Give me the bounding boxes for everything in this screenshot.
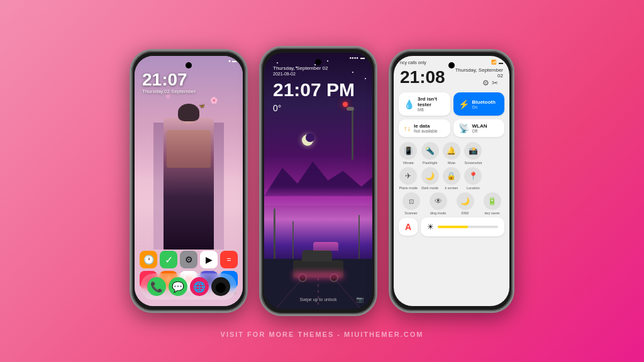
- moon: [302, 134, 313, 146]
- dock-messages[interactable]: 💬: [169, 277, 187, 296]
- phone2-temp: 0°: [273, 103, 281, 113]
- cc-quick-row2: ✈ Plane mode 🌙 Dark mode 🔒 k screen 📍 Lo…: [394, 165, 509, 190]
- car-glow: [293, 272, 343, 279]
- app-play-store[interactable]: ▶ Play Store: [200, 251, 218, 273]
- battery-saver-icon: 🔋: [484, 192, 501, 210]
- cc-gear-icons: ⚙ ✂: [455, 79, 503, 87]
- light-glow: [343, 102, 348, 107]
- cc-time-row: 21:08 Thursday, September 02 ⚙ ✂: [394, 66, 509, 89]
- quick-dark-mode[interactable]: 🌙 Dark mode: [420, 167, 439, 190]
- plane-icon: ✈: [399, 167, 417, 185]
- cc-brightness-control[interactable]: ☀: [421, 217, 504, 236]
- brightness-fill: [438, 226, 468, 228]
- mobile-data-icon: ↑↓: [404, 124, 411, 132]
- dnd-icon: 🌙: [457, 192, 474, 210]
- brightness-icon: ☀: [427, 222, 434, 231]
- wifi-icon: 📡: [458, 123, 469, 133]
- dark-mode-icon: 🌙: [421, 167, 439, 185]
- vibrate-icon: 📳: [399, 142, 417, 160]
- cc-tile-wlan[interactable]: 📡 WLAN Off: [453, 119, 505, 137]
- quick-dnd[interactable]: 🌙 DND: [453, 192, 477, 215]
- star-1: [277, 62, 278, 63]
- quick-scanner[interactable]: ⊡ Scanner: [399, 192, 423, 215]
- street-light: [352, 109, 353, 160]
- watermark: VISIT FOR MORE THEMES - MIUITHEMER.COM: [221, 331, 424, 338]
- status-icons: ● ▬: [228, 58, 236, 63]
- cc-tile-data[interactable]: 💧 3rd isn't tester MB: [399, 92, 450, 116]
- car-body: [293, 260, 343, 278]
- cc-quick-row1: 📳 Vibrate 🔦 Flashlight 🔔 Mute 📸 Screensh…: [394, 142, 509, 165]
- phone1-time: 21:07: [142, 70, 187, 90]
- cc-bottom-a-button[interactable]: A: [399, 218, 418, 236]
- phone2-date-line1: Thursday, September 02: [273, 65, 328, 71]
- cc-bottom-row: A ☀: [394, 215, 509, 239]
- reading-icon: 👁: [430, 192, 447, 210]
- tile-data-info: 3rd isn't tester MB: [418, 96, 445, 112]
- battery-icon: ▬: [499, 60, 503, 65]
- quick-screenshot[interactable]: 📸 Screenshot: [464, 142, 482, 165]
- phone-2-wallpaper: ●●●● ▬ Thursday, September 02 2021-09-02…: [264, 53, 372, 309]
- dock: 📞 💬 🌐 ⬤: [141, 273, 236, 300]
- quick-reading[interactable]: 👁 ding mode: [426, 192, 450, 215]
- quick-lock-screen[interactable]: 🔒 k screen: [442, 167, 461, 190]
- app-security[interactable]: ✓ Security: [160, 251, 177, 273]
- app-calculator[interactable]: = Calculator: [220, 251, 238, 273]
- scissors-icon[interactable]: ✂: [492, 79, 498, 87]
- star-5: [327, 60, 328, 62]
- punch-hole: [186, 62, 192, 69]
- bottom-a-label: A: [405, 222, 411, 232]
- quick-flashlight[interactable]: 🔦 Flashlight: [420, 142, 439, 165]
- lock-screen-icon: 🔒: [443, 167, 460, 185]
- quick-plane[interactable]: ✈ Plane mode: [399, 167, 418, 190]
- cc-tile-bluetooth[interactable]: ⚡ Bluetooth On: [453, 92, 505, 116]
- quick-mute[interactable]: 🔔 Mute: [442, 142, 461, 165]
- phone-3-screen: ncy calls only 📶 ▬ 21:08 Thursday, Septe…: [394, 56, 509, 306]
- cc-tiles-row2: ↑↓ le data Not available 📡 WLAN Off: [394, 119, 509, 141]
- cc-date-area: Thursday, September 02 ⚙ ✂: [455, 67, 503, 87]
- phone-1: ● ▬ 21:07 Thursday,02 September 🌸 🦋 ✿: [130, 49, 248, 313]
- phone2-time: 21:07 PM: [273, 79, 355, 101]
- bluetooth-icon: ⚡: [458, 99, 469, 109]
- mute-icon: 🔔: [443, 142, 460, 160]
- phone-2: ●●●● ▬ Thursday, September 02 2021-09-02…: [259, 46, 377, 316]
- phone2-date-line2: 2021-09-02: [273, 72, 296, 76]
- cc-quick-row3: ⊡ Scanner 👁 ding mode 🌙 DND 🔋 tery saver: [394, 190, 509, 215]
- cc-status-right: 📶 ▬: [491, 60, 503, 65]
- tile-bt-info: Bluetooth On: [472, 99, 500, 109]
- camera-icon: 📷: [356, 296, 364, 303]
- light-head: [347, 107, 354, 111]
- cc-tile-mobile-data[interactable]: ↑↓ le data Not available: [399, 119, 450, 137]
- signal-icon: 📶: [491, 60, 497, 65]
- flashlight-icon: 🔦: [421, 142, 439, 160]
- phone-2-screen: ●●●● ▬ Thursday, September 02 2021-09-02…: [264, 53, 372, 309]
- tile-wlan-info: WLAN Off: [472, 123, 500, 133]
- app-settings[interactable]: ⚙ Settings: [180, 251, 197, 273]
- phone-3-control-center: ncy calls only 📶 ▬ 21:08 Thursday, Septe…: [394, 56, 509, 306]
- phone-1-wallpaper: ● ▬ 21:07 Thursday,02 September 🌸 🦋 ✿: [135, 56, 243, 306]
- car-window: [313, 242, 338, 251]
- car: [293, 260, 343, 278]
- app-clock[interactable]: 🕐 Clock: [140, 251, 157, 273]
- dock-phone[interactable]: 📞: [147, 277, 166, 296]
- phone-3: ncy calls only 📶 ▬ 21:08 Thursday, Septe…: [389, 49, 514, 313]
- car-roof: [302, 250, 332, 261]
- cc-time: 21:08: [400, 69, 445, 86]
- gear-icon[interactable]: ⚙: [482, 79, 489, 87]
- dock-browser[interactable]: 🌐: [190, 277, 209, 296]
- horizon-glow: [264, 187, 372, 206]
- punch-hole-2: [315, 59, 321, 65]
- app-grid-row1: 🕐 Clock ✓ Security ⚙ Settings ▶ Play Sto…: [140, 251, 238, 273]
- punch-hole-3: [448, 62, 455, 69]
- screenshot-icon: 📸: [464, 142, 482, 160]
- dock-camera[interactable]: ⬤: [211, 277, 230, 296]
- quick-vibrate[interactable]: 📳 Vibrate: [399, 142, 418, 165]
- brightness-track: [438, 226, 498, 228]
- star-6: [365, 78, 366, 79]
- quick-location[interactable]: 📍 Location: [464, 167, 482, 190]
- phone1-date: Thursday,02 September: [142, 89, 196, 94]
- swipe-text: Swipe up to unlock: [300, 297, 337, 302]
- quick-battery-saver[interactable]: 🔋 tery saver: [480, 192, 504, 215]
- water-drop-icon: 💧: [404, 99, 414, 109]
- phone-1-screen: ● ▬ 21:07 Thursday,02 September 🌸 🦋 ✿: [135, 56, 243, 306]
- scanner-icon: ⊡: [402, 192, 420, 210]
